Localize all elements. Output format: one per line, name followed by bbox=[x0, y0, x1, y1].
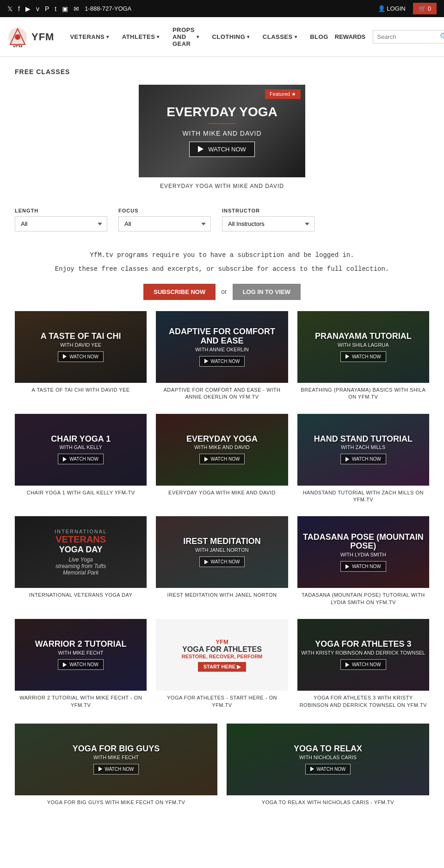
watch-button[interactable]: WATCH NOW bbox=[58, 351, 104, 362]
class-thumb-subtitle: WITH DAVID YEE bbox=[60, 342, 101, 348]
class-card[interactable]: WARRIOR 2 TUTORIAL WITH MIKE FECHT WATCH… bbox=[15, 619, 147, 712]
class-card[interactable]: CHAIR YOGA 1 WITH GAIL KELLY WATCH NOW C… bbox=[15, 414, 147, 507]
featured-watch-button[interactable]: WATCH NOW bbox=[189, 142, 255, 157]
focus-label: FOCUS bbox=[118, 208, 211, 213]
nav-classes[interactable]: CLASSES ▾ bbox=[256, 24, 303, 50]
search-box[interactable]: 🔍 bbox=[373, 30, 444, 44]
class-thumb-subtitle: WITH MIKE FECHT bbox=[58, 650, 104, 656]
featured-subtitle: WITH MIKE AND DAVID bbox=[182, 130, 261, 137]
watch-button[interactable]: WATCH NOW bbox=[199, 454, 245, 464]
email-icon[interactable]: ✉ bbox=[74, 5, 79, 12]
vimeo-icon[interactable]: v bbox=[36, 5, 39, 12]
subscription-notice: YfM.tv programs require you to have a su… bbox=[15, 250, 429, 275]
class-card[interactable]: YOGA FOR ATHLETES 3 WITH KRISTY ROBINSON… bbox=[297, 619, 429, 712]
class-name: HANDSTAND TUTORIAL WITH ZACH MILLS ON YF… bbox=[297, 486, 429, 507]
facebook-icon[interactable]: f bbox=[18, 5, 20, 12]
class-grid-bottom: YOGA FOR BIG GUYS WITH MIKE FECHT WATCH … bbox=[15, 724, 429, 810]
class-thumbnail: HAND STAND TUTORIAL WITH ZACH MILLS WATC… bbox=[297, 414, 429, 486]
watch-button[interactable]: WATCH NOW bbox=[58, 454, 104, 464]
logo-icon: YFM bbox=[7, 27, 28, 47]
class-name: EVERYDAY YOGA WITH MIKE AND DAVID bbox=[156, 486, 288, 500]
class-name: A TASTE OF TAI CHI WITH DAVID YEE bbox=[15, 383, 147, 397]
class-thumb-subtitle: WITH ANNIE OKERLIN bbox=[195, 347, 249, 352]
watch-button[interactable]: WATCH NOW bbox=[93, 764, 139, 774]
login-button[interactable]: LOG IN TO VIEW bbox=[233, 284, 301, 300]
nav-blog[interactable]: BLOG bbox=[303, 24, 335, 50]
nav-veterans[interactable]: VETERANS ▾ bbox=[63, 24, 115, 50]
class-card[interactable]: HAND STAND TUTORIAL WITH ZACH MILLS WATC… bbox=[297, 414, 429, 507]
class-thumb-subtitle: WITH GAIL KELLY bbox=[60, 444, 102, 450]
class-thumbnail: IREST MEDITATION WITH JANEL NORTON WATCH… bbox=[156, 516, 288, 588]
class-card[interactable]: EVERYDAY YOGA WITH MIKE AND DAVID WATCH … bbox=[156, 414, 288, 507]
twitter-icon[interactable]: 𝕏 bbox=[7, 5, 12, 12]
chevron-down-icon: ▾ bbox=[295, 34, 297, 39]
class-name: INTERNATIONAL VETERANS YOGA DAY bbox=[15, 588, 147, 602]
class-thumbnail: ADAPTIVE FOR COMFORT AND EASE WITH ANNIE… bbox=[156, 311, 288, 383]
class-card[interactable]: PRANAYAMA TUTORIAL WITH SHILA LAGRUA WAT… bbox=[297, 311, 429, 405]
watch-button[interactable]: WATCH NOW bbox=[199, 356, 245, 367]
subscribe-button[interactable]: SUBSCRIBE NOW bbox=[143, 284, 216, 300]
watch-button[interactable]: WATCH NOW bbox=[340, 659, 386, 670]
class-thumb-title: YOGA FOR ATHLETES 3 bbox=[311, 640, 415, 649]
class-thumb-title: EVERYDAY YOGA bbox=[183, 435, 261, 444]
class-name: CHAIR YOGA 1 WITH GAIL KELLY YFM-TV bbox=[15, 486, 147, 500]
nav-athletes[interactable]: ATHLETES ▾ bbox=[116, 24, 166, 50]
logo-text: YFM bbox=[31, 31, 54, 43]
youtube-icon[interactable]: ▶ bbox=[25, 5, 31, 12]
top-bar-right: 👤 LOGIN 🛒 0 bbox=[378, 3, 437, 14]
featured-badge: Featured ★ bbox=[265, 89, 301, 99]
class-card[interactable]: A TASTE OF TAI CHI WITH DAVID YEE WATCH … bbox=[15, 311, 147, 405]
chevron-down-icon: ▾ bbox=[157, 34, 160, 39]
class-card[interactable]: YOGA TO RELAX WITH NICHOLAS CARIS WATCH … bbox=[227, 724, 429, 810]
main-content: FREE CLASSES Featured ★ EVERYDAY YOGA WI… bbox=[0, 57, 444, 832]
filters: LENGTH All FOCUS All INSTRUCTOR All Inst… bbox=[15, 200, 429, 239]
watch-button[interactable]: WATCH NOW bbox=[340, 561, 386, 572]
focus-select[interactable]: All bbox=[118, 216, 211, 231]
chevron-down-icon: ▾ bbox=[197, 34, 199, 39]
top-bar: 𝕏 f ▶ v P t ▣ ✉ 1-888-727-YOGA 👤 LOGIN 🛒… bbox=[0, 0, 444, 17]
instagram-icon[interactable]: ▣ bbox=[62, 5, 68, 12]
notice-line1: YfM.tv programs require you to have a su… bbox=[15, 250, 429, 260]
length-label: LENGTH bbox=[15, 208, 107, 213]
play-icon bbox=[63, 354, 67, 359]
tumblr-icon[interactable]: t bbox=[55, 5, 56, 12]
class-name: YOGA FOR BIG GUYS WITH MIKE FECHT ON YFM… bbox=[15, 795, 217, 810]
class-thumb-title: TADASANA POSE (MOUNTAIN POSE) bbox=[297, 533, 429, 551]
nav-links: VETERANS ▾ ATHLETES ▾ PROPS AND GEAR ▾ C… bbox=[63, 17, 444, 56]
play-icon bbox=[63, 662, 67, 667]
search-input[interactable] bbox=[377, 33, 437, 40]
class-thumb-title: CHAIR YOGA 1 bbox=[47, 435, 114, 444]
class-card[interactable]: TADASANA POSE (MOUNTAIN POSE) WITH LYDIA… bbox=[297, 516, 429, 610]
rewards-link[interactable]: REWARDS bbox=[335, 33, 365, 40]
watch-button[interactable]: WATCH NOW bbox=[58, 659, 104, 670]
pinterest-icon[interactable]: P bbox=[45, 5, 49, 12]
class-thumb-title: WARRIOR 2 TUTORIAL bbox=[31, 640, 130, 649]
instructor-select[interactable]: All Instructors bbox=[222, 216, 314, 231]
nav-props[interactable]: PROPS AND GEAR ▾ bbox=[166, 17, 206, 56]
class-thumb-subtitle: WITH MIKE AND DAVID bbox=[194, 444, 250, 450]
class-thumb-title: YOGA TO RELAX bbox=[290, 744, 366, 754]
class-thumb-title: A TASTE OF TAI CHI bbox=[37, 332, 125, 341]
class-thumb-subtitle: WITH MIKE FECHT bbox=[93, 755, 139, 760]
nav-clothing[interactable]: CLOTHING ▾ bbox=[205, 24, 256, 50]
featured-title: EVERYDAY YOGA bbox=[166, 105, 278, 119]
class-card[interactable]: ADAPTIVE FOR COMFORT AND EASE WITH ANNIE… bbox=[156, 311, 288, 405]
watch-button[interactable]: WATCH NOW bbox=[199, 556, 245, 567]
play-icon bbox=[63, 457, 67, 462]
search-icon[interactable]: 🔍 bbox=[440, 32, 444, 41]
class-card[interactable]: IREST MEDITATION WITH JANEL NORTON WATCH… bbox=[156, 516, 288, 610]
watch-button[interactable]: WATCH NOW bbox=[305, 764, 351, 774]
cart-button[interactable]: 🛒 0 bbox=[413, 3, 437, 14]
watch-button[interactable]: WATCH NOW bbox=[340, 351, 386, 362]
class-card[interactable]: YFM YOGA FOR ATHLETES RESTORE, RECOVER, … bbox=[156, 619, 288, 712]
length-select[interactable]: All bbox=[15, 216, 107, 231]
watch-button[interactable]: WATCH NOW bbox=[340, 454, 386, 464]
class-card[interactable]: INTERNATIONAL VETERANS YOGA DAY Live Yog… bbox=[15, 516, 147, 610]
login-link[interactable]: 👤 LOGIN bbox=[378, 5, 406, 12]
nav-right: REWARDS 🔍 bbox=[335, 30, 444, 44]
class-thumb-subtitle: WITH JANEL NORTON bbox=[195, 547, 248, 553]
logo[interactable]: YFM YFM bbox=[7, 22, 63, 52]
class-card[interactable]: YOGA FOR BIG GUYS WITH MIKE FECHT WATCH … bbox=[15, 724, 217, 810]
class-name: WARRIOR 2 TUTORIAL WITH MIKE FECHT - ON … bbox=[15, 691, 147, 712]
class-thumbnail: CHAIR YOGA 1 WITH GAIL KELLY WATCH NOW bbox=[15, 414, 147, 486]
